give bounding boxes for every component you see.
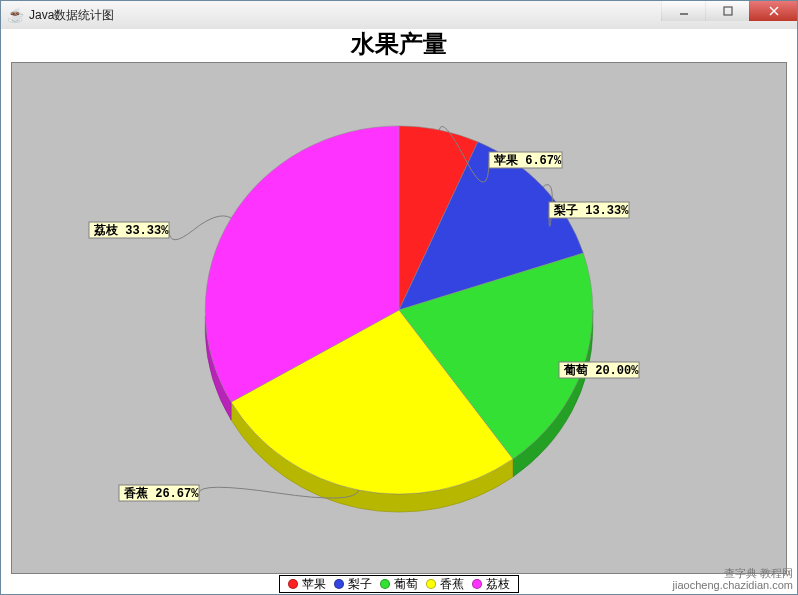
slice-label: 香蕉 26.67% bbox=[123, 486, 199, 501]
close-button[interactable] bbox=[749, 1, 797, 21]
legend-swatch bbox=[380, 579, 390, 589]
svg-rect-1 bbox=[724, 7, 732, 15]
slice-label: 荔枝 33.33% bbox=[93, 223, 169, 238]
legend-item: 香蕉 bbox=[426, 576, 464, 593]
title-bar: ☕ Java数据统计图 bbox=[1, 1, 797, 30]
legend-label: 苹果 bbox=[302, 576, 326, 593]
legend-swatch bbox=[334, 579, 344, 589]
slice-label: 苹果 6.67% bbox=[493, 153, 562, 168]
legend-item: 荔枝 bbox=[472, 576, 510, 593]
pie-chart: 苹果 6.67%梨子 13.33%葡萄 20.00%香蕉 26.67%荔枝 33… bbox=[12, 63, 786, 573]
slice-label: 梨子 13.33% bbox=[553, 203, 629, 218]
legend-label: 葡萄 bbox=[394, 576, 418, 593]
legend-item: 苹果 bbox=[288, 576, 326, 593]
maximize-button[interactable] bbox=[705, 1, 749, 21]
chart-title: 水果产量 bbox=[1, 29, 797, 61]
legend-label: 香蕉 bbox=[440, 576, 464, 593]
window-title: Java数据统计图 bbox=[29, 7, 114, 24]
legend-swatch bbox=[288, 579, 298, 589]
java-cup-icon: ☕ bbox=[7, 7, 23, 23]
legend-label: 梨子 bbox=[348, 576, 372, 593]
legend-item: 葡萄 bbox=[380, 576, 418, 593]
legend-label: 荔枝 bbox=[486, 576, 510, 593]
content-area: 水果产量 苹果 6.67%梨子 13.33%葡萄 20.00%香蕉 26.67%… bbox=[1, 29, 797, 594]
minimize-button[interactable] bbox=[661, 1, 705, 21]
slice-label: 葡萄 20.00% bbox=[563, 363, 639, 378]
app-window: ☕ Java数据统计图 水果产量 苹果 6.67%梨子 13.33%葡萄 20.… bbox=[0, 0, 798, 595]
legend: 苹果梨子葡萄香蕉荔枝 bbox=[279, 575, 519, 593]
legend-swatch bbox=[426, 579, 436, 589]
legend-swatch bbox=[472, 579, 482, 589]
window-controls bbox=[661, 1, 797, 21]
plot-frame: 苹果 6.67%梨子 13.33%葡萄 20.00%香蕉 26.67%荔枝 33… bbox=[11, 62, 787, 574]
legend-item: 梨子 bbox=[334, 576, 372, 593]
